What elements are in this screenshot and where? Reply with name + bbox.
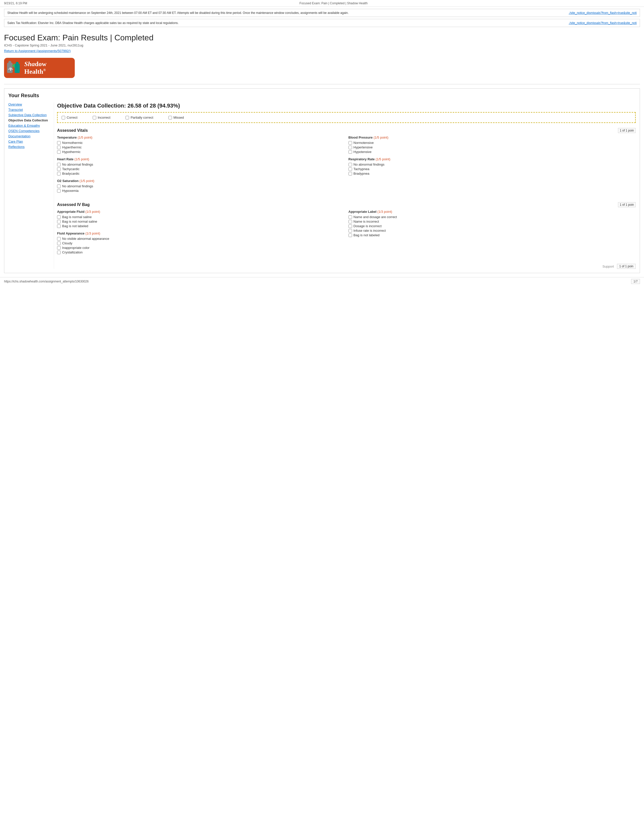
bradycardic-checkbox[interactable] [57, 172, 61, 175]
normothermic-checkbox[interactable] [57, 141, 61, 145]
normotensive-label: Normotensive [354, 141, 374, 145]
name-dosage-correct-checkbox[interactable] [349, 215, 352, 219]
o2sat-normal-label: No abnormal findings [62, 184, 93, 188]
subtitle: ICHS - Capstone Spring 2021 - June 2021,… [4, 43, 640, 47]
filter-incorrect-label: Incorrect [98, 116, 111, 119]
infuse-rate-incorrect-option[interactable]: Infuse rate is incorrect [349, 229, 636, 233]
hypertensive-checkbox[interactable] [349, 146, 352, 149]
hyperthermic-option[interactable]: Hyperthermic [57, 145, 345, 149]
hypotensive-option[interactable]: Hypotensive [349, 150, 636, 154]
bradypnea-checkbox[interactable] [349, 172, 352, 175]
cloudy-checkbox[interactable] [57, 241, 61, 245]
hypothermic-checkbox[interactable] [57, 150, 61, 154]
name-incorrect-label: Name is incorrect [354, 220, 379, 224]
hyperthermic-checkbox[interactable] [57, 146, 61, 149]
logo-icon [6, 60, 22, 76]
filter-missed-checkbox[interactable] [169, 116, 172, 119]
fluid-appearance-group: Fluid Appearance (1/3 point) No visible … [57, 232, 345, 254]
infuse-rate-incorrect-checkbox[interactable] [349, 229, 352, 233]
notice-bar-1: Shadow Health will be undergoing schedul… [4, 9, 640, 17]
temperature-points: (1/5 point) [77, 135, 92, 139]
filter-missed[interactable]: Missed [169, 116, 184, 119]
sidebar-item-reflections[interactable]: Reflections [8, 145, 51, 149]
rr-label: Respiratory Rate (1/5 point) [349, 157, 636, 161]
name-incorrect-option[interactable]: Name is incorrect [349, 220, 636, 224]
iv-bag-grid: Appropriate Fluid (1/3 point) Bag is nor… [57, 210, 636, 258]
sidebar-item-careplan[interactable]: Care Plan [8, 140, 51, 143]
filter-partially-correct-checkbox[interactable] [126, 116, 129, 119]
filter-missed-label: Missed [174, 116, 184, 119]
support-button[interactable]: Support [602, 265, 614, 269]
hypertensive-option[interactable]: Hypertensive [349, 145, 636, 149]
o2sat-normal-option[interactable]: No abnormal findings [57, 184, 345, 188]
tachypnea-option[interactable]: Tachypnea [349, 167, 636, 171]
rr-group: Respiratory Rate (1/5 point) No abnormal… [349, 157, 636, 175]
appropriate-label-label: Appropriate Label (1/3 point) [349, 210, 636, 214]
tachypnea-label: Tachypnea [354, 167, 369, 171]
bradycardic-option[interactable]: Bradycardic [57, 172, 345, 175]
tachypnea-checkbox[interactable] [349, 167, 352, 171]
inappropriate-color-option[interactable]: Inappropriate color [57, 246, 345, 250]
normothermic-option[interactable]: Normothermic [57, 141, 345, 145]
hypertensive-label: Hypertensive [354, 145, 373, 149]
normotensive-option[interactable]: Normotensive [349, 141, 636, 145]
heartrate-normal-checkbox[interactable] [57, 163, 61, 166]
filter-correct[interactable]: Correct [62, 116, 77, 119]
notice-link-2[interactable]: ./site_notice_dismissals?from_flash=true… [569, 21, 637, 25]
cloudy-option[interactable]: Cloudy [57, 241, 345, 245]
filter-incorrect-checkbox[interactable] [93, 116, 96, 119]
notice-bar-2: Sales Tax Notification: Elsevier Inc. DB… [4, 19, 640, 27]
assessed-vitals-section: Assessed Vitals 1 of 1 poin Temperature … [57, 128, 636, 196]
sidebar-item-transcript[interactable]: Transcript [8, 108, 51, 112]
rr-normal-option[interactable]: No abnormal findings [349, 162, 636, 166]
hypoxemia-checkbox[interactable] [57, 189, 61, 193]
no-abnormal-appearance-checkbox[interactable] [57, 237, 61, 241]
assessed-iv-bag-title: Assessed IV Bag [57, 203, 90, 207]
inappropriate-color-checkbox[interactable] [57, 246, 61, 250]
filter-partially-correct[interactable]: Partially correct [126, 116, 153, 119]
logo-registered: ® [43, 68, 46, 72]
sidebar-item-objective[interactable]: Objective Data Collection [8, 118, 51, 122]
name-dosage-correct-option[interactable]: Name and dosage are correct [349, 215, 636, 219]
sidebar-item-qsen[interactable]: QSEN Competencies [8, 129, 51, 133]
sidebar-item-subjective[interactable]: Subjective Data Collection [8, 113, 51, 117]
bag-normal-saline-option[interactable]: Bag is normal saline [57, 215, 345, 219]
heartrate-points: (1/5 point) [74, 157, 89, 161]
bag-not-labeled-label-checkbox[interactable] [349, 233, 352, 237]
bag-not-normal-saline-checkbox[interactable] [57, 220, 61, 224]
sidebar-item-overview[interactable]: Overview [8, 103, 51, 106]
hypotensive-checkbox[interactable] [349, 150, 352, 154]
hypothermic-option[interactable]: Hypothermic [57, 150, 345, 154]
return-to-assignment-link[interactable]: Return to Assignment (/assignments/50799… [4, 49, 71, 53]
notice-link-1[interactable]: ./site_notice_dismissals?from_flash=true… [569, 11, 637, 14]
notice-text-1: Shadow Health will be undergoing schedul… [7, 11, 349, 14]
main-content: Objective Data Collection: 26.58 of 28 (… [54, 103, 636, 269]
dosage-incorrect-option[interactable]: Dosage is incorrect [349, 224, 636, 228]
sidebar-item-documentation[interactable]: Documentation [8, 134, 51, 138]
bag-not-labeled-fluid-option[interactable]: Bag is not labeled [57, 224, 345, 228]
name-incorrect-checkbox[interactable] [349, 220, 352, 224]
appropriate-label-points: (1/3 point) [377, 210, 392, 214]
no-abnormal-appearance-option[interactable]: No visible abnormal appearance [57, 237, 345, 241]
rr-normal-checkbox[interactable] [349, 163, 352, 166]
bp-points: (1/5 point) [374, 135, 388, 139]
appropriate-fluid-points: (1/3 point) [85, 210, 100, 214]
bradypnea-option[interactable]: Bradypnea [349, 172, 636, 175]
cloudy-label: Cloudy [62, 241, 72, 245]
crystallization-option[interactable]: Crystallization [57, 251, 345, 254]
filter-incorrect[interactable]: Incorrect [93, 116, 111, 119]
tachycardic-checkbox[interactable] [57, 167, 61, 171]
hypoxemia-option[interactable]: Hypoxemia [57, 189, 345, 193]
sidebar-item-education[interactable]: Education & Empathy [8, 124, 51, 127]
tachycardic-option[interactable]: Tachycardic [57, 167, 345, 171]
bag-not-normal-saline-option[interactable]: Bag is not normal saline [57, 220, 345, 224]
crystallization-checkbox[interactable] [57, 251, 61, 254]
normotensive-checkbox[interactable] [349, 141, 352, 145]
bag-not-labeled-label-option[interactable]: Bag is not labeled [349, 233, 636, 237]
bag-normal-saline-checkbox[interactable] [57, 215, 61, 219]
filter-correct-checkbox[interactable] [62, 116, 65, 119]
dosage-incorrect-checkbox[interactable] [349, 224, 352, 228]
heartrate-normal-option[interactable]: No abnormal findings [57, 162, 345, 166]
bag-not-labeled-fluid-checkbox[interactable] [57, 224, 61, 228]
o2sat-normal-checkbox[interactable] [57, 185, 61, 188]
